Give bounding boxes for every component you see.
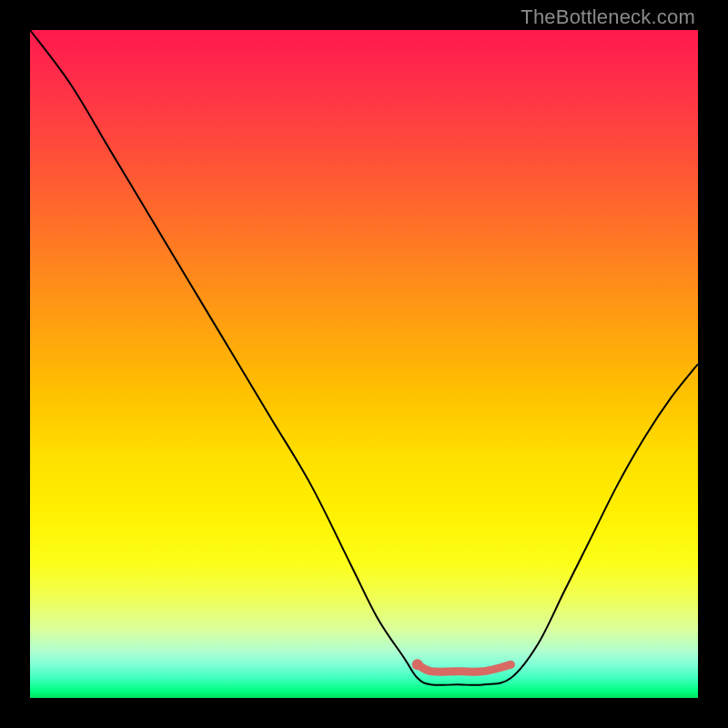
bottleneck-curve <box>30 30 698 685</box>
optimal-start-dot <box>412 659 423 670</box>
optimal-range-line <box>418 664 511 672</box>
watermark-text: TheBottleneck.com <box>521 5 695 29</box>
chart-svg <box>30 30 698 698</box>
chart-container: TheBottleneck.com <box>0 0 728 728</box>
